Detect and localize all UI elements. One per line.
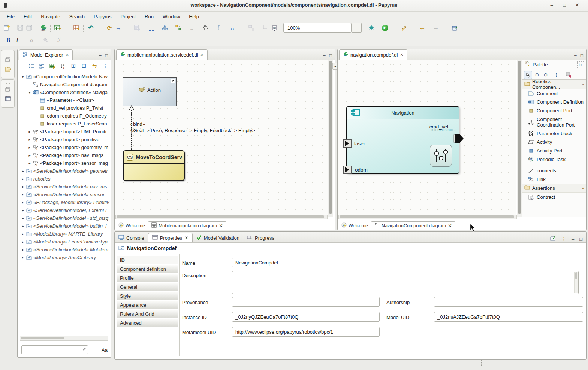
palette-item-link[interactable]: {?}Link [522,175,586,184]
tree-collapsed-icon[interactable]: ▸ [27,137,32,142]
papyrus-icon-button[interactable]: #208 [39,23,48,32]
coordination-service-node[interactable]: CS MoveToCoordServ [123,150,185,181]
pin-icon[interactable]: « [582,186,584,190]
provenance-input[interactable] [232,297,380,307]
tree-collapsed-icon[interactable]: ▸ [20,248,25,252]
menu-file[interactable]: File [3,13,18,21]
authorship-input[interactable] [434,297,583,307]
section-tab-rulers-and-grid[interactable]: Rulers And Grid [117,310,178,318]
tree-item[interactable]: cmd_vel provides P_Twist [18,104,111,112]
tree-item[interactable]: ▸I<Package Import> primitive [18,136,111,143]
tree-item[interactable]: NavigationComponent diagram [18,81,111,88]
undo-button[interactable]: ↶ [87,23,95,32]
editor2-tab[interactable]: navigation.compdef.di ✕ [339,49,407,60]
view-menu-icon[interactable]: ⋮ [561,236,566,242]
last-edit-location-button[interactable] [450,23,459,32]
tree-collapsed-icon[interactable]: ▸ [20,255,25,260]
close-icon[interactable]: ✕ [184,235,189,241]
editor2-canvas[interactable]: Navigation internal struc... cmd_vel las… [338,60,516,217]
view-menu-icon[interactable]: ⋮ [102,63,109,69]
model-uid-input[interactable] [434,312,583,322]
scrollbar-thumb[interactable] [117,215,324,218]
tree-collapsed-icon[interactable]: ▸ [20,169,25,173]
menu-project[interactable]: Project [117,13,139,21]
tree-item[interactable]: ▸«ServiceDefinitionModel, ExternLi [18,206,111,214]
close-icon[interactable]: ✕ [448,223,452,228]
import-table-button[interactable] [72,23,81,32]
layout-view-button[interactable] [3,94,13,103]
arrange-button[interactable] [161,23,169,32]
open-view-icon[interactable] [550,236,556,242]
window-maximize-button[interactable]: □ [560,1,569,9]
metamodel-uid-input[interactable] [232,327,380,337]
sync-button[interactable]: ⟳ [105,23,114,32]
editor1-vertical-scrollbar[interactable] [328,60,333,217]
palette-item-component-definition[interactable]: Component Definition [522,98,586,106]
tree-item[interactable]: ▸«ServiceDefinitionModel» geometr [18,167,111,175]
tree-expanded-icon[interactable]: ▾ [27,90,32,94]
tree-collapsed-icon[interactable]: ▸ [27,153,32,157]
parameter-block-icon[interactable] [430,145,452,167]
palette-item-contract[interactable]: Contract [522,193,586,201]
zoom-level-field[interactable]: 100% [283,23,352,33]
palette-item-component-port[interactable]: Component Port [522,106,586,115]
copy-diagram-button[interactable] [133,23,141,32]
palette-item-connects[interactable]: connects [522,166,586,175]
tree-item[interactable]: ▾«ComponentDefinitionModel» Nav [18,73,111,81]
tree-item[interactable]: ▸«ModelLibrary» AnsiCLibrary [18,254,111,261]
model-explorer-tab[interactable]: Model Explorer ✕ [19,49,73,60]
tree-item[interactable]: «Parameter» <Class> [18,96,111,104]
tree-collapsed-icon[interactable]: ▸ [20,177,25,181]
tree-collapsed-icon[interactable]: ▸ [27,145,32,149]
properties-tab-properties[interactable]: Properties✕ [148,233,193,242]
maximize-editor-button[interactable]: □ [581,53,583,58]
palette-item-comment[interactable]: Comment [522,89,586,98]
navigation-component-node[interactable]: Navigation internal struc... cmd_vel [346,106,459,174]
scrollbar-thumb[interactable] [575,272,577,279]
page-tab-navigationcomponent-diagram[interactable]: NavigationComponent diagram✕ [371,221,455,230]
description-input[interactable] [232,271,579,294]
select-tool[interactable] [524,71,532,79]
tree-item[interactable]: odom requires P_Odometry [18,112,111,120]
tree-item[interactable]: ▸«ServiceDefinitionModel» builtin_i [18,222,111,230]
explorer-filter-input[interactable] [21,345,88,354]
external-tools-button[interactable] [399,23,408,32]
debug-button[interactable] [367,23,376,32]
new-table-button[interactable] [54,23,62,32]
expand-all-icon[interactable]: ⊞ [70,63,77,69]
scrollbar-thumb[interactable] [21,337,64,339]
align-text-button[interactable]: ≡ [188,23,196,32]
menu-run[interactable]: Run [141,13,157,21]
editor2-horizontal-scrollbar[interactable] [338,215,517,219]
forward-button[interactable]: → [432,23,440,32]
tree-item[interactable]: ▸robotics [18,175,111,183]
snap-grid-button[interactable] [247,23,255,32]
name-input[interactable] [232,258,582,267]
zoom-out-tool[interactable]: ⊖ [542,71,549,79]
list-view-icon[interactable] [28,63,35,69]
drag-handle[interactable] [4,81,12,84]
drag-handle[interactable] [4,51,12,54]
tree-item[interactable]: ▸«ServiceDefinitionModel» nav_ms [18,183,111,191]
customize-view-icon[interactable] [49,63,56,69]
line-style-button[interactable]: ℐ [54,36,63,45]
open-resource-button[interactable] [3,65,13,73]
scrollbar-thumb[interactable] [518,61,521,214]
save-button[interactable] [16,23,24,32]
palette-group-assertions[interactable]: Assertions« [522,184,586,193]
odom-port-icon[interactable] [342,165,352,175]
scrollbar-thumb[interactable] [340,215,514,218]
marquee-tool[interactable] [551,71,558,79]
close-icon[interactable]: ✕ [65,52,69,57]
action-node[interactable]: Action [123,77,177,106]
pin-icon[interactable]: « [582,82,584,87]
palette-item-activity-port[interactable]: Activity Port [522,146,586,155]
minimize-panel-button[interactable]: – [572,236,574,242]
match-size-button[interactable]: ↔ [228,23,236,32]
palette-group-robotics-components[interactable]: Robotics Componen...« [522,80,586,89]
route-tool-button[interactable] [201,23,209,32]
editor1-tab[interactable]: mobilemanipulation.servicedef.di ✕ [116,49,208,60]
zoom-in-tool[interactable]: ⊕ [533,71,541,79]
maximize-panel-button[interactable]: □ [579,236,582,242]
save-all-button[interactable] [25,23,33,32]
